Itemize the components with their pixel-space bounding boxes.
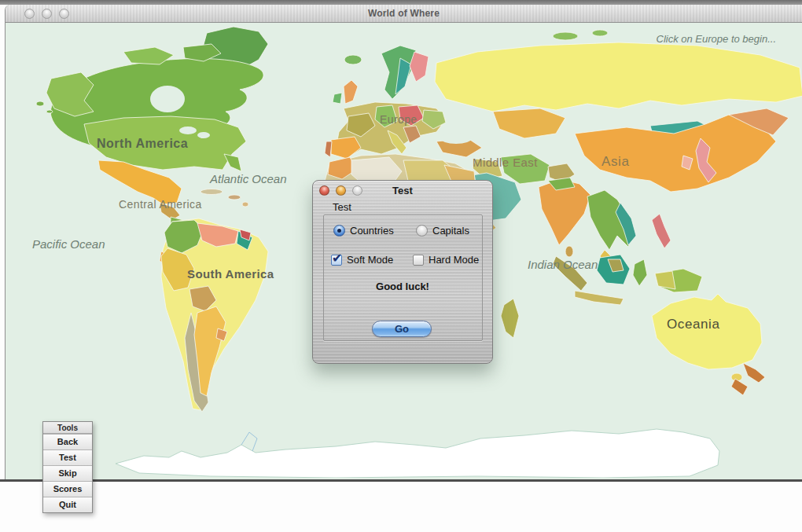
checkbox-hard-mode-icon[interactable]: [413, 255, 424, 266]
radio-capitals-label: Capitals: [432, 225, 469, 237]
checkbox-soft-mode-icon[interactable]: [331, 255, 342, 266]
checkbox-soft-mode-label: Soft Mode: [347, 254, 393, 266]
tools-item-scores[interactable]: Scores: [43, 481, 92, 497]
good-luck-message: Good luck!: [313, 281, 492, 292]
test-dialog[interactable]: Test Test Countries Capitals Soft Mode H…: [312, 180, 493, 364]
tools-item-test[interactable]: Test: [43, 449, 92, 465]
tools-item-quit[interactable]: Quit: [43, 497, 92, 512]
radio-capitals-icon[interactable]: [416, 225, 428, 237]
dialog-title: Test: [313, 185, 492, 196]
antarctica-region[interactable]: [116, 429, 719, 478]
radio-countries[interactable]: Countries: [333, 225, 394, 237]
window-bottom-edge: [0, 479, 802, 482]
south-america-region[interactable]: [160, 218, 268, 412]
tools-item-back[interactable]: Back: [43, 434, 92, 449]
radio-countries-label: Countries: [350, 225, 394, 237]
oceania-region[interactable]: [652, 294, 765, 395]
southeast-asia-region[interactable]: [539, 178, 702, 305]
window-title: World of Where: [6, 8, 802, 19]
go-button[interactable]: Go: [372, 321, 432, 337]
window-titlebar[interactable]: World of Where: [6, 5, 802, 23]
tools-palette[interactable]: Tools Back Test Skip Scores Quit: [42, 421, 93, 513]
test-group-label: Test: [333, 201, 351, 213]
radio-countries-icon[interactable]: [333, 225, 345, 237]
tools-item-skip[interactable]: Skip: [43, 465, 92, 481]
radio-capitals[interactable]: Capitals: [416, 225, 469, 237]
checkbox-hard-mode[interactable]: Hard Mode: [413, 254, 479, 266]
checkbox-hard-mode-label: Hard Mode: [429, 254, 479, 266]
tools-palette-header[interactable]: Tools: [43, 422, 92, 434]
north-america-region[interactable]: [36, 27, 268, 171]
europe-region[interactable]: [325, 46, 446, 159]
checkbox-soft-mode[interactable]: Soft Mode: [331, 254, 393, 266]
screen: Click on Europe to begin... North Americ…: [0, 0, 802, 532]
